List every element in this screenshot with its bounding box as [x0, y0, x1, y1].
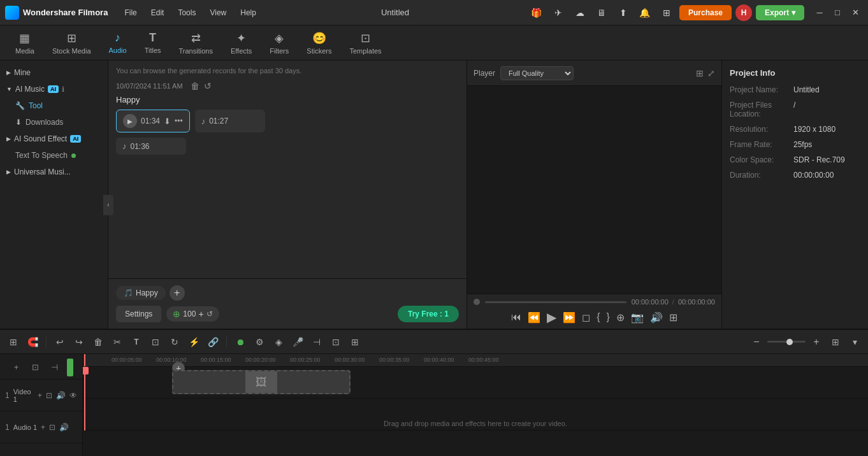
- link-button[interactable]: 🔗: [205, 334, 221, 350]
- play-button-1[interactable]: ▶: [123, 114, 137, 128]
- apps-icon[interactable]: ⊞: [658, 4, 676, 22]
- maximize-button[interactable]: □: [830, 5, 845, 20]
- progress-handle[interactable]: [474, 299, 480, 305]
- mood-chip[interactable]: 🎵 Happy: [116, 286, 166, 300]
- user-avatar[interactable]: H: [735, 4, 752, 21]
- sidebar-section-ai-sound-effect[interactable]: ▶ AI Sound Effect AI: [0, 131, 108, 147]
- toolbar-stock-media[interactable]: ⊞ Stock Media: [43, 29, 100, 57]
- bell-icon[interactable]: 🔔: [636, 4, 654, 22]
- try-free-button[interactable]: Try Free : 1: [398, 306, 459, 322]
- sidebar-item-downloads[interactable]: ⬇ Downloads: [0, 114, 108, 131]
- zoom-thumb[interactable]: [786, 339, 793, 345]
- redo-button[interactable]: ↪: [71, 334, 87, 350]
- toolbar-media[interactable]: ▦ Media: [6, 29, 43, 57]
- mark-in-button[interactable]: {: [597, 311, 600, 323]
- track-item-1[interactable]: ▶ 01:34 ⬇ •••: [116, 110, 190, 132]
- delete-icon[interactable]: 🗑: [191, 81, 199, 91]
- sidebar-item-text-to-speech[interactable]: Text To Speech: [0, 147, 108, 164]
- vo-button[interactable]: 🎤: [289, 334, 306, 350]
- audio-track-mute-icon[interactable]: 🔊: [59, 423, 69, 432]
- export-button[interactable]: Export ▾: [756, 5, 804, 20]
- upload-icon[interactable]: ⬆: [614, 4, 632, 22]
- sidebar-item-tool[interactable]: 🔧 Tool: [0, 97, 108, 114]
- track-settings-button[interactable]: ⊡: [29, 360, 43, 374]
- more-timeline-button[interactable]: ▾: [846, 334, 863, 350]
- volume-btn[interactable]: 🔊: [650, 311, 663, 324]
- freeze-button[interactable]: ⊞: [347, 334, 363, 350]
- share-icon[interactable]: ✈: [549, 4, 567, 22]
- menu-edit[interactable]: Edit: [145, 6, 171, 20]
- sidebar-section-ai-music[interactable]: ▼ AI Music AI ℹ: [0, 81, 108, 97]
- crop-button[interactable]: ⊡: [147, 334, 164, 350]
- scene-edit-button[interactable]: ⊞: [5, 334, 22, 350]
- sidebar-collapse-button[interactable]: ‹: [103, 195, 108, 215]
- zoom-out-button[interactable]: −: [748, 334, 765, 350]
- magnet-button[interactable]: 🧲: [24, 334, 41, 350]
- cut-button[interactable]: ✂: [109, 334, 126, 350]
- text-button[interactable]: T: [128, 334, 145, 350]
- marker-button[interactable]: ◈: [270, 334, 287, 350]
- purchase-button[interactable]: Purchase: [679, 5, 732, 20]
- track-item-2[interactable]: ♪ 01:27: [195, 110, 265, 132]
- minimize-button[interactable]: ─: [812, 5, 827, 20]
- layout-button[interactable]: ⊞: [827, 334, 844, 350]
- copy-button[interactable]: ⊡: [328, 334, 344, 350]
- delete-button[interactable]: 🗑: [90, 334, 106, 350]
- more-icon-1[interactable]: •••: [175, 117, 183, 125]
- audio-track-add-icon[interactable]: +: [41, 423, 45, 432]
- toolbar-transitions[interactable]: ⇄ Transitions: [170, 29, 222, 57]
- menu-file[interactable]: File: [118, 6, 143, 20]
- fullscreen-icon[interactable]: ⤢: [707, 68, 715, 78]
- menu-view[interactable]: View: [203, 6, 233, 20]
- zoom-in-button[interactable]: +: [808, 334, 825, 350]
- settings-button[interactable]: Settings: [116, 306, 161, 322]
- undo-button[interactable]: ↩: [52, 334, 68, 350]
- rotate-button[interactable]: ↻: [166, 334, 183, 350]
- play-pause-button[interactable]: ▶: [547, 310, 556, 325]
- split-button[interactable]: ⊣: [308, 334, 325, 350]
- audio-track-settings-icon[interactable]: ⊡: [49, 423, 55, 432]
- prev-frame-button[interactable]: ⏪: [528, 311, 540, 324]
- speed-button[interactable]: ⚡: [185, 334, 202, 350]
- cloud-icon[interactable]: ☁: [571, 4, 589, 22]
- progress-track[interactable]: [485, 301, 626, 303]
- video-track-add-icon[interactable]: +: [38, 391, 42, 400]
- refresh-icon[interactable]: ↺: [204, 81, 212, 91]
- toolbar-templates[interactable]: ⊡ Templates: [340, 29, 390, 57]
- toolbar-titles[interactable]: T Titles: [136, 29, 170, 57]
- volume-plus-icon[interactable]: +: [198, 309, 203, 319]
- toolbar-effects[interactable]: ✦ Effects: [222, 29, 261, 57]
- video-clip[interactable]: 🖼: [172, 370, 351, 394]
- next-frame-button[interactable]: ⏩: [563, 311, 575, 324]
- toolbar-stickers[interactable]: 😊 Stickers: [298, 29, 340, 57]
- volume-refresh-icon[interactable]: ↺: [206, 310, 213, 318]
- add-mood-button[interactable]: +: [170, 285, 185, 301]
- sidebar-section-mine[interactable]: ▶ Mine: [0, 64, 108, 81]
- toolbar-audio[interactable]: ♪ Audio: [100, 29, 136, 57]
- grid-view-icon[interactable]: ⊞: [696, 68, 704, 78]
- menu-tools[interactable]: Tools: [171, 6, 202, 20]
- video-track-area[interactable]: + 🖼: [83, 367, 868, 399]
- mark-out-button[interactable]: }: [607, 311, 610, 323]
- track-item-3[interactable]: ♪ 01:36: [116, 138, 186, 155]
- video-track-eye-icon[interactable]: 👁: [69, 391, 77, 400]
- insert-button[interactable]: ⊕: [616, 311, 625, 324]
- sidebar-section-universal-music[interactable]: ▶ Universal Musi...: [0, 164, 108, 180]
- close-button[interactable]: ✕: [848, 5, 863, 20]
- monitor-icon[interactable]: 🖥: [593, 4, 611, 22]
- toolbar-filters[interactable]: ◈ Filters: [261, 29, 298, 57]
- timeline-ruler[interactable]: 00:00:05:00 00:00:10:00 00:00:15:00 00:0…: [83, 354, 868, 367]
- track-link-button[interactable]: ⊣: [48, 360, 62, 374]
- download-icon-1[interactable]: ⬇: [164, 117, 171, 126]
- video-track-settings-icon[interactable]: ⊡: [46, 391, 52, 400]
- more-options-button[interactable]: ⊞: [669, 311, 677, 324]
- settings-timeline-button[interactable]: ⚙: [251, 334, 268, 350]
- add-track-button[interactable]: +: [10, 360, 24, 374]
- gift-icon[interactable]: 🎁: [528, 4, 546, 22]
- rewind-button[interactable]: ⏮: [511, 311, 521, 323]
- stop-button[interactable]: ◻: [582, 311, 590, 324]
- quality-select[interactable]: Full QualityHigh QualityMedium QualityLo…: [500, 66, 574, 80]
- zoom-track[interactable]: [767, 341, 806, 343]
- menu-help[interactable]: Help: [234, 6, 263, 20]
- video-track-mute-icon[interactable]: 🔊: [56, 391, 66, 400]
